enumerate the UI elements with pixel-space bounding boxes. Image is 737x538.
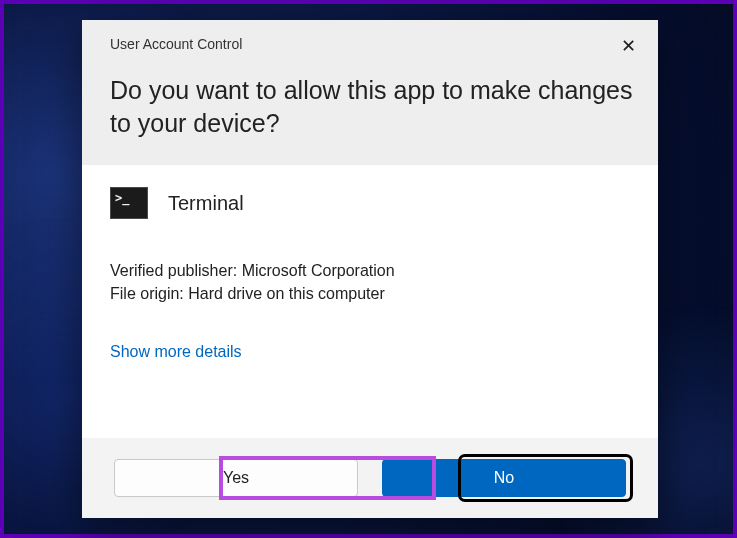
origin-value: Hard drive on this computer xyxy=(188,285,385,302)
uac-dialog: ✕ User Account Control Do you want to al… xyxy=(82,20,658,518)
app-row: >_ Terminal xyxy=(110,187,630,219)
app-name: Terminal xyxy=(168,192,244,215)
dialog-footer: Yes No xyxy=(82,438,658,518)
dialog-body: >_ Terminal Verified publisher: Microsof… xyxy=(82,165,658,438)
dialog-header: ✕ User Account Control Do you want to al… xyxy=(82,20,658,165)
yes-button[interactable]: Yes xyxy=(114,459,358,497)
app-info: Verified publisher: Microsoft Corporatio… xyxy=(110,259,630,305)
show-more-details-link[interactable]: Show more details xyxy=(110,343,242,360)
close-button[interactable]: ✕ xyxy=(612,30,644,62)
publisher-value: Microsoft Corporation xyxy=(242,262,395,279)
publisher-label: Verified publisher: xyxy=(110,262,242,279)
terminal-icon: >_ xyxy=(110,187,148,219)
dialog-title: User Account Control xyxy=(110,36,634,52)
dialog-prompt: Do you want to allow this app to make ch… xyxy=(110,74,634,139)
close-icon: ✕ xyxy=(621,35,636,57)
no-button[interactable]: No xyxy=(382,459,626,497)
origin-label: File origin: xyxy=(110,285,188,302)
